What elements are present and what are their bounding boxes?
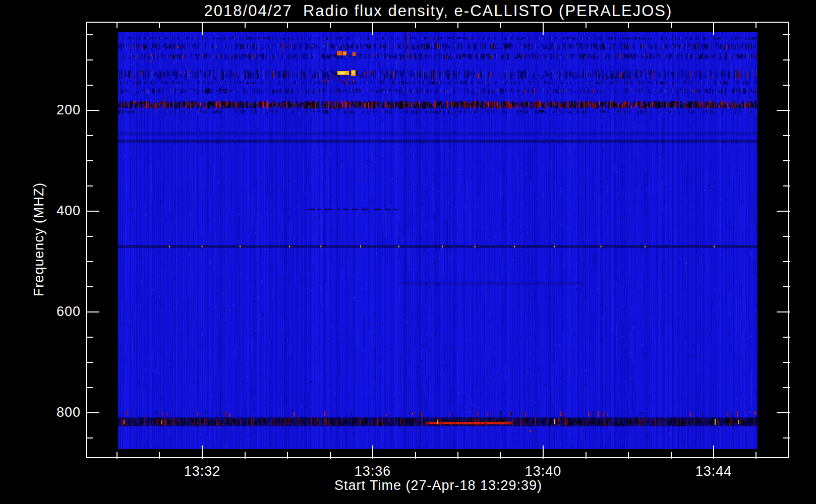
x-minor-tick [330, 452, 331, 459]
x-minor-tick [628, 452, 629, 459]
chart-title: 2018/04/27 Radio flux density, e-CALLIST… [87, 2, 790, 20]
y-minor-tick [86, 261, 93, 262]
x-tick-label: 13:32 [167, 464, 238, 479]
y-major-tick [86, 311, 99, 312]
y-minor-tick [86, 387, 93, 388]
x-tick-label: 13:36 [337, 464, 408, 479]
plot-frame [86, 22, 789, 458]
y-minor-tick-right [783, 34, 790, 35]
y-minor-tick [86, 362, 93, 363]
y-minor-tick [86, 59, 93, 60]
x-minor-tick-top [500, 22, 501, 28]
x-minor-tick-top [116, 22, 118, 28]
y-major-tick [86, 412, 99, 413]
spectrogram-figure: 2018/04/27 Radio flux density, e-CALLIST… [0, 0, 816, 504]
x-minor-tick-top [628, 22, 629, 28]
y-minor-tick [86, 437, 93, 438]
y-minor-tick-right [783, 160, 790, 161]
x-minor-tick [671, 452, 672, 459]
x-minor-tick-top [457, 22, 458, 28]
x-minor-tick-top [159, 22, 160, 28]
x-minor-tick [116, 452, 118, 459]
y-minor-tick [86, 337, 93, 338]
x-major-tick-top [543, 22, 544, 35]
x-tick-label: 13:40 [508, 464, 578, 479]
y-minor-tick-right [783, 362, 790, 363]
x-major-tick [202, 446, 203, 459]
x-minor-tick-top [586, 22, 587, 28]
y-major-tick-right [777, 412, 790, 413]
y-minor-tick-right [783, 261, 790, 262]
x-major-tick [543, 446, 544, 459]
y-minor-tick-right [783, 236, 790, 237]
y-minor-tick-right [783, 185, 790, 186]
y-minor-tick-right [783, 337, 790, 338]
x-major-tick [372, 446, 373, 459]
x-major-tick [713, 446, 714, 459]
x-major-tick-top [713, 22, 714, 35]
y-major-tick-right [777, 110, 790, 111]
y-tick-label: 200 [30, 102, 81, 118]
y-major-tick [86, 211, 99, 212]
y-tick-label: 800 [30, 405, 81, 420]
y-minor-tick-right [783, 85, 790, 86]
x-minor-tick-top [330, 22, 331, 28]
y-minor-tick-right [783, 437, 790, 438]
y-minor-tick [86, 135, 93, 136]
y-minor-tick-right [783, 59, 790, 60]
x-minor-tick-top [415, 22, 416, 28]
y-major-tick [86, 110, 99, 111]
x-major-tick-top [202, 22, 203, 35]
x-major-tick-top [372, 22, 373, 35]
y-minor-tick-right [783, 387, 790, 388]
y-minor-tick-right [783, 135, 790, 136]
x-axis-title: Start Time (27-Apr-18 13:29:39) [87, 478, 790, 493]
x-minor-tick [415, 452, 416, 459]
y-major-tick-right [777, 211, 790, 212]
y-axis-title: Frequency (MHZ) [31, 134, 46, 345]
y-minor-tick [86, 160, 93, 161]
y-minor-tick-right [783, 286, 790, 287]
y-minor-tick [86, 34, 93, 35]
x-minor-tick-top [287, 22, 288, 28]
y-minor-tick [86, 185, 93, 186]
y-minor-tick [86, 85, 93, 86]
x-minor-tick [457, 452, 458, 459]
x-minor-tick [245, 452, 246, 459]
x-minor-tick [586, 452, 587, 459]
x-minor-tick [159, 452, 160, 459]
y-minor-tick [86, 286, 93, 287]
y-major-tick-right [777, 311, 790, 312]
x-minor-tick [500, 452, 501, 459]
x-minor-tick-top [245, 22, 246, 28]
x-tick-label: 13:44 [678, 464, 749, 479]
y-minor-tick [86, 236, 93, 237]
x-minor-tick [755, 452, 756, 459]
x-minor-tick [287, 452, 288, 459]
x-minor-tick-top [671, 22, 672, 28]
x-minor-tick-top [755, 22, 756, 28]
